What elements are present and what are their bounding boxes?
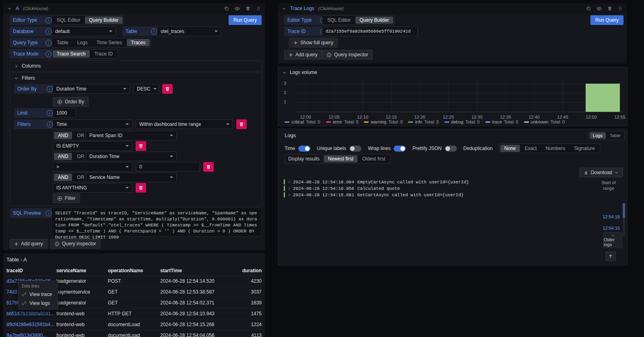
option-query-builder[interactable]: Query Builder — [85, 16, 122, 24]
add-order-by-button[interactable]: Order By — [53, 97, 89, 107]
log-scrollbar-thumb[interactable] — [623, 203, 625, 218]
display-results-label: Display results — [285, 154, 323, 164]
scroll-to-top-button[interactable] — [605, 251, 616, 261]
option-traces[interactable]: Traces — [127, 39, 149, 46]
add-query-button[interactable]: Add query — [284, 50, 322, 60]
column-header[interactable]: duration — [227, 268, 262, 273]
option-oldest-first[interactable]: Oldest first — [358, 155, 389, 162]
add-query-button[interactable]: Add query — [10, 239, 47, 249]
option-signature[interactable]: Signature — [570, 145, 599, 152]
option-none[interactable]: None — [500, 145, 520, 152]
view-trace-menu-item[interactable]: View trace — [19, 290, 58, 299]
remove-filter-button[interactable] — [203, 162, 214, 172]
legend-item[interactable]: debugTotal: 0 — [444, 119, 480, 124]
table-cell: 1475 — [227, 311, 262, 316]
wrap-lines-switch[interactable] — [394, 146, 406, 152]
legend-item[interactable]: criticalTotal: 0 — [285, 119, 320, 124]
remove-filter-button[interactable] — [136, 183, 146, 193]
filter-time-operator-select[interactable]: Within dashboard time range — [136, 119, 233, 129]
filter-field-select[interactable]: Service Name — [86, 173, 177, 182]
filter-operator-select[interactable]: IS EMPTY — [53, 141, 132, 151]
option-sql-editor[interactable]: SQL Editor — [323, 16, 355, 24]
option-newest-first[interactable]: Newest first — [324, 155, 357, 162]
filter-field-select[interactable]: Parent Span ID — [86, 131, 177, 140]
expand-log-icon[interactable] — [287, 180, 291, 184]
drag-handle-icon[interactable] — [256, 6, 261, 11]
volume-bar-info[interactable] — [586, 84, 620, 112]
view-logs-menu-item[interactable]: View logs — [19, 299, 58, 308]
legend-item[interactable]: traceTotal: 0 — [485, 119, 518, 124]
filters-section-header[interactable]: Filters — [10, 73, 39, 83]
database-select[interactable]: default — [52, 27, 116, 36]
filter-operator-select[interactable]: > — [53, 162, 132, 172]
hide-query-icon[interactable] — [235, 6, 240, 11]
trace-id-link[interactable]: 9a7bef81343890... — [6, 333, 56, 337]
option-numbers[interactable]: Numbers — [542, 145, 570, 152]
trace-id-link[interactable]: 89cf4286e631591b4... — [6, 322, 56, 327]
collapse-query-icon[interactable] — [7, 6, 12, 11]
option-and[interactable]: AND — [54, 174, 72, 181]
remove-query-icon[interactable] — [246, 6, 250, 11]
option-sql-editor[interactable]: SQL Editor — [53, 16, 84, 24]
logs-volume-header[interactable]: Logs volume — [282, 70, 317, 75]
legend-item[interactable]: unknownTotal: 0 — [524, 119, 565, 124]
run-query-button[interactable]: Run Query — [590, 15, 623, 25]
option-logs[interactable]: Logs — [73, 39, 92, 46]
option-trace-search[interactable]: Trace Search — [53, 50, 90, 58]
query-row-header-a[interactable]: A (ClickHouse) — [3, 3, 265, 14]
expand-log-icon[interactable] — [287, 193, 291, 197]
filter-value-input[interactable]: 0 — [136, 162, 200, 172]
show-full-query-button[interactable]: Show full query — [289, 38, 338, 47]
drag-handle-icon[interactable] — [618, 6, 623, 11]
remove-order-by-button[interactable] — [162, 84, 173, 94]
time-switch[interactable] — [298, 146, 310, 152]
option-table[interactable]: Table — [53, 39, 72, 46]
query-inspector-button[interactable]: Query inspector — [322, 50, 373, 60]
option-and[interactable]: AND — [54, 132, 72, 139]
columns-section-header[interactable]: Columns — [10, 61, 45, 71]
column-header[interactable]: serviceName — [56, 268, 108, 273]
order-by-direction-select[interactable]: DESC — [133, 84, 159, 94]
remove-query-icon[interactable] — [607, 6, 612, 11]
remove-filter-button[interactable] — [136, 141, 146, 151]
trace-id-link[interactable]: bb5167b238bfa82d1... — [6, 311, 56, 316]
option-exact[interactable]: Exact — [521, 145, 541, 152]
download-button[interactable]: Download — [579, 168, 623, 177]
filter-time-field-select[interactable]: Time — [53, 119, 132, 129]
column-header[interactable]: operationName — [108, 268, 160, 273]
run-query-button[interactable]: Run Query — [229, 15, 262, 25]
query-inspector-button[interactable]: Query inspector — [50, 239, 101, 249]
option-query-builder[interactable]: Query Builder — [355, 16, 393, 24]
option-time-series[interactable]: Time Series — [93, 39, 126, 46]
column-header[interactable]: startTime — [160, 268, 227, 273]
order-by-field-select[interactable]: Duration Time — [53, 84, 130, 94]
legend-item[interactable]: warningTotal: 0 — [364, 119, 402, 124]
option-table[interactable]: Table — [607, 132, 623, 139]
duplicate-query-icon[interactable] — [586, 6, 591, 11]
legend-item[interactable]: errorTotal: 0 — [326, 119, 359, 124]
remove-filter-button[interactable] — [236, 119, 247, 129]
option-logs[interactable]: Logs — [590, 132, 606, 139]
unique-labels-switch[interactable] — [349, 146, 361, 152]
editor-type-radio: SQL EditorQuery Builder — [322, 15, 394, 25]
trace-id-input[interactable]: d2a7155ef6a928a05680e5ff6190241d — [322, 27, 418, 36]
add-filter-button[interactable]: Filter — [53, 193, 80, 203]
duplicate-query-icon[interactable] — [224, 6, 229, 11]
option-and[interactable]: AND — [54, 153, 72, 160]
older-logs-button[interactable]: Older logs — [603, 232, 622, 248]
option-trace-id[interactable]: Trace ID — [91, 50, 117, 58]
legend-item[interactable]: infoTotal: 3 — [408, 119, 438, 124]
filter-operator-select[interactable]: IS ANYTHING — [53, 183, 132, 193]
hide-query-icon[interactable] — [597, 6, 602, 11]
prettify-json-switch[interactable] — [445, 146, 457, 152]
collapse-query-icon[interactable] — [282, 6, 286, 11]
expand-log-icon[interactable] — [287, 187, 291, 190]
log-line[interactable]: 2024-06-28 12:54:15.081GetCartAsync call… — [284, 192, 597, 198]
limit-input[interactable]: 1000 — [53, 108, 76, 118]
query-row-header-trace-logs[interactable]: Trace Logs (ClickHouse) — [278, 3, 627, 14]
column-header[interactable]: traceID — [6, 268, 56, 273]
log-line[interactable]: 2024-06-28 12:54:18.004EmptyCartAsync ca… — [284, 179, 597, 185]
table-select[interactable]: otel_traces — [157, 27, 221, 36]
filter-field-select[interactable]: Duration Time — [86, 152, 177, 161]
log-line[interactable]: 2024-06-28 12:54:16.956Calculated quote — [284, 185, 597, 191]
